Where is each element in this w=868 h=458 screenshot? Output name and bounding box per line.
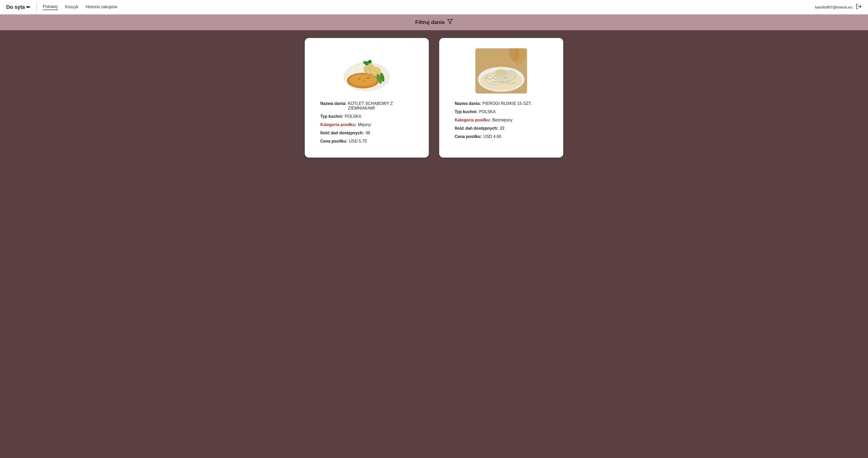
name-value-1: KOTLET SCHABOWY Z ZIEMNIAKAMI [348,101,413,110]
svg-point-27 [495,75,497,77]
filter-bar: Filtruj dania [0,14,868,30]
svg-point-12 [371,67,380,75]
category-label-1: Kategoria posiłku: [320,123,356,127]
info-row-price-2: Cena posiłku: USD 4.60 [455,134,548,139]
navbar-left: Do syta ✏ Potrawy Koszyk Historia zakupó… [6,4,117,11]
card-kotlet: Nazwa dania: KOTLET SCHABOWY Z ZIEMNIAKA… [305,38,429,158]
card-info-pierogi: Nazwa dania: PIEROGI RUSKIE 15 SZT. Typ … [455,101,548,142]
filter-icon[interactable] [447,19,453,26]
price-label-2: Cena posiłku: [455,134,482,139]
svg-point-29 [508,81,510,82]
quantity-value-2: 22 [500,126,504,131]
cuisine-label-1: Typ kuchni: [320,114,343,119]
brand: Do syta ✏ [6,4,30,10]
category-value-1: Mięsny [358,123,371,127]
brand-icon: ✏ [26,4,30,10]
svg-point-7 [363,80,366,81]
kotlet-image [341,48,393,94]
svg-marker-1 [447,20,453,24]
price-value-1: USD 5.75 [349,139,367,143]
nav-item-koszyk[interactable]: Koszyk [65,5,79,10]
cuisine-value-2: POLSKA [479,109,496,114]
info-row-category-1: Kategoria posiłku: Mięsny [320,123,413,127]
quantity-value-1: 30 [366,131,370,135]
info-row-cuisine-2: Typ kuchni: POLSKA [455,109,548,114]
svg-point-6 [358,78,361,80]
info-row-name-2: Nazwa dania: PIEROGI RUSKIE 15 SZT. [455,101,548,106]
svg-point-8 [366,77,370,79]
cards-container: Nazwa dania: KOTLET SCHABOWY Z ZIEMNIAKA… [21,38,847,158]
info-row-cuisine-1: Typ kuchni: POLSKA [320,114,413,119]
name-value-2: PIEROGI RUSKIE 15 SZT. [482,101,531,106]
info-row-quantity-2: Ilość dań dostępnych: 22 [455,126,548,131]
main-area: Nazwa dania: KOTLET SCHABOWY Z ZIEMNIAKA… [0,30,868,458]
name-label-2: Nazwa dania: [455,101,481,106]
category-value-2: Bezmięsny [492,118,513,123]
cuisine-value-1: POLSKA [345,114,361,119]
svg-point-5 [349,74,376,86]
info-row-category-2: Kategoria posiłku: Bezmięsny [455,118,548,123]
nav-item-potrawy[interactable]: Potrawy [43,4,58,10]
svg-point-28 [504,77,506,79]
card-info-kotlet: Nazwa dania: KOTLET SCHABOWY Z ZIEMNIAKA… [320,101,413,147]
info-row-name-1: Nazwa dania: KOTLET SCHABOWY Z ZIEMNIAKA… [320,101,413,110]
nav-item-historia[interactable]: Historia zakupów [86,5,117,10]
navbar-right: kamils987@interia.eu [815,3,862,11]
price-label-1: Cena posiłku: [320,139,347,143]
logout-icon[interactable] [856,3,862,11]
user-email: kamils987@interia.eu [815,5,852,9]
quantity-label-2: Ilość dań dostępnych: [455,126,498,131]
card-pierogi: Nazwa dania: PIEROGI RUSKIE 15 SZT. Typ … [439,38,563,158]
cuisine-label-2: Typ kuchni: [455,109,478,114]
nav-divider [36,4,37,11]
svg-point-16 [368,60,372,64]
card-image-kotlet [341,48,393,94]
name-label-1: Nazwa dania: [320,101,346,106]
info-row-quantity-1: Ilość dań dostępnych: 30 [320,131,413,135]
info-row-price-1: Cena posiłku: USD 5.75 [320,139,413,143]
price-value-2: USD 4.60 [484,134,501,139]
svg-point-26 [496,70,507,76]
svg-point-17 [363,61,366,64]
category-label-2: Kategoria posiłku: [455,118,491,123]
quantity-label-1: Ilość dań dostępnych: [320,131,364,135]
navbar: Do syta ✏ Potrawy Koszyk Historia zakupó… [0,0,868,14]
brand-text: Do syta [6,4,25,10]
pierogi-image [475,48,527,94]
filter-label: Filtruj dania [415,20,444,25]
main-nav: Potrawy Koszyk Historia zakupów [43,4,117,10]
card-image-pierogi [475,48,527,94]
